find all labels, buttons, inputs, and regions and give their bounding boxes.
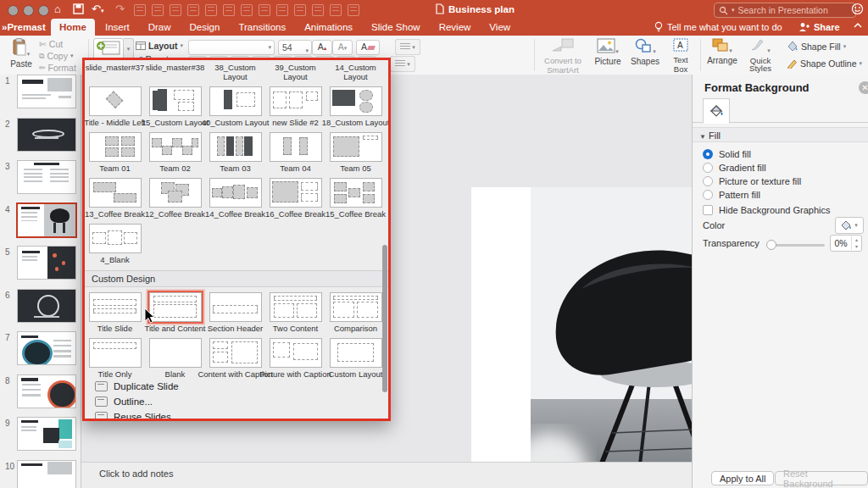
slide-item-1[interactable]: 1 xyxy=(0,75,81,118)
fill-option-gradient-fill[interactable]: Gradient fill xyxy=(703,163,766,173)
layout-thumbnail[interactable] xyxy=(89,292,142,322)
layout-thumbnail[interactable] xyxy=(209,338,262,368)
slide-thumbnail-8[interactable] xyxy=(17,374,76,408)
layout-button[interactable]: Layout▾ xyxy=(136,41,183,51)
tab-animations[interactable]: Animations xyxy=(296,19,361,36)
slide-thumbnail-5[interactable] xyxy=(17,246,76,280)
clear-formatting-button[interactable]: A xyxy=(356,40,380,55)
home-quick-icon[interactable]: ⌂ xyxy=(54,3,61,14)
layout-thumbnail[interactable] xyxy=(270,292,322,322)
notes-area[interactable]: Click to add notes xyxy=(81,462,692,488)
arrange-button[interactable]: ▾ Arrange xyxy=(705,38,739,65)
fill-option-solid-fill[interactable]: Solid fill xyxy=(703,149,751,159)
slide-item-3[interactable]: 3 xyxy=(0,160,81,203)
layout-thumbnail[interactable] xyxy=(270,178,322,208)
layout-thumbnail[interactable] xyxy=(149,86,202,116)
layout-option-15-custom-layout[interactable]: 15_Custom Layout xyxy=(145,86,205,127)
shrink-font-button[interactable]: A▾ xyxy=(332,40,353,55)
fill-option-pattern-fill[interactable]: Pattern fill xyxy=(703,190,760,200)
tab-review[interactable]: Review xyxy=(431,19,480,36)
tab-home[interactable]: Home xyxy=(51,19,95,36)
layout-option-team-05[interactable]: Team 05 xyxy=(326,132,386,173)
layout-option-new-slide-2[interactable]: new Slide #2 xyxy=(265,86,326,127)
menu-item-outline[interactable]: Outline... xyxy=(85,394,388,409)
slide-thumbnail-4[interactable] xyxy=(16,202,77,238)
hide-background-graphics-checkbox[interactable]: Hide Background Graphics xyxy=(703,205,830,215)
transparency-value-spinner[interactable]: 0% ▴▾ xyxy=(830,235,862,252)
redo-icon[interactable]: ↷ xyxy=(115,3,125,14)
slide-thumbnail-10[interactable] xyxy=(17,460,76,488)
paragraph-button[interactable]: ▾ xyxy=(395,39,420,55)
shape-outline-button[interactable]: Shape Outline▾ xyxy=(787,58,862,69)
slide-item-5[interactable]: 5 xyxy=(0,246,81,289)
layout-option-13-coffee-break[interactable]: 13_Coffee Break xyxy=(85,178,145,219)
slide-thumbnail-2[interactable] xyxy=(17,118,76,152)
radio-icon[interactable] xyxy=(703,163,713,173)
layout-thumbnail[interactable] xyxy=(330,86,382,116)
layout-thumbnail[interactable] xyxy=(89,178,142,208)
layout-option-comparison[interactable]: Comparison xyxy=(326,292,386,333)
layout-option-team-04[interactable]: Team 04 xyxy=(265,132,326,173)
convert-smartart-button[interactable]: Convert to SmartArt xyxy=(539,38,587,75)
quick-styles-button[interactable]: ▾ Quick Styles xyxy=(743,38,778,73)
close-panel-icon[interactable]: ✕ xyxy=(859,81,868,94)
slide-thumbnail-6[interactable] xyxy=(17,289,76,323)
layout-thumbnail[interactable] xyxy=(330,132,382,162)
layout-option-custom-layout[interactable]: Custom Layout xyxy=(326,338,386,379)
radio-icon[interactable] xyxy=(703,149,713,159)
layout-thumbnail[interactable] xyxy=(209,86,262,116)
cut-button[interactable]: ✄Cut xyxy=(39,39,76,49)
tell-me-box[interactable]: Tell me what you want to do xyxy=(654,19,782,36)
layout-thumbnail[interactable] xyxy=(270,132,322,162)
transparency-slider-track[interactable] xyxy=(769,244,825,247)
spinner-arrows-icon[interactable]: ▴▾ xyxy=(851,236,861,250)
shape-fill-button[interactable]: Shape Fill▾ xyxy=(787,41,846,52)
slide-thumbnail-3[interactable] xyxy=(17,160,76,194)
radio-icon[interactable] xyxy=(703,176,713,186)
layout-thumbnail[interactable] xyxy=(149,132,202,162)
menu-item-reuse-slides[interactable]: Reuse Slides... xyxy=(85,409,388,421)
transparency-slider-knob[interactable] xyxy=(766,240,776,250)
layout-thumbnail[interactable] xyxy=(89,224,142,253)
alignment-button[interactable]: ▾ xyxy=(390,56,415,72)
fill-option-picture-or-texture-fill[interactable]: Picture or texture fill xyxy=(703,176,801,186)
layout-thumbnail[interactable] xyxy=(330,178,382,208)
window-controls[interactable] xyxy=(8,4,53,19)
color-dropdown-arrow[interactable]: ▾ xyxy=(854,222,858,229)
font-size-combo[interactable]: 54▾ xyxy=(278,40,312,55)
tab-view[interactable]: View xyxy=(481,19,519,36)
layout-option-4-blank[interactable]: 4_Blank xyxy=(85,224,145,264)
layout-option-team-03[interactable]: Team 03 xyxy=(205,132,265,173)
layout-thumbnail[interactable] xyxy=(149,178,202,208)
layout-thumbnail[interactable] xyxy=(209,292,262,322)
slide-item-2[interactable]: 2 xyxy=(0,118,81,161)
layout-thumbnail[interactable] xyxy=(149,292,202,322)
tab-draw[interactable]: Draw xyxy=(140,19,180,36)
addin-tab-premast[interactable]: »Premast xyxy=(2,19,46,36)
undo-icon[interactable]: ↶▾ xyxy=(92,3,103,16)
layout-thumbnail[interactable] xyxy=(270,338,322,368)
slide-item-7[interactable]: 7 xyxy=(0,331,81,374)
checkbox-icon[interactable] xyxy=(703,205,713,215)
slide-item-4[interactable]: 4 xyxy=(0,203,81,247)
fill-tab[interactable] xyxy=(703,98,730,124)
layout-thumbnail[interactable] xyxy=(330,338,382,368)
layout-option-team-01[interactable]: Team 01 xyxy=(85,132,145,173)
layout-option-14-coffee-break[interactable]: 14_Coffee Break xyxy=(205,178,265,219)
layout-option-blank[interactable]: Blank xyxy=(145,338,205,379)
slide-thumbnail-1[interactable] xyxy=(17,75,76,108)
layout-option-two-content[interactable]: Two Content xyxy=(265,292,326,333)
close-window-icon[interactable] xyxy=(8,5,19,16)
font-name-combo[interactable]: ▾ xyxy=(188,40,275,55)
share-button[interactable]: Share xyxy=(798,19,840,36)
tab-insert[interactable]: Insert xyxy=(97,19,138,36)
slide-item-10[interactable]: 10 xyxy=(0,460,81,488)
radio-icon[interactable] xyxy=(703,190,713,200)
layout-option-title-slide[interactable]: Title Slide xyxy=(85,292,145,333)
layout-option-title-only[interactable]: Title Only xyxy=(85,338,145,379)
tab-transitions[interactable]: Transitions xyxy=(230,19,294,36)
layout-thumbnail[interactable] xyxy=(209,132,262,162)
paste-button[interactable]: ▾ Paste xyxy=(7,38,36,69)
layout-thumbnail[interactable] xyxy=(330,292,382,322)
save-icon[interactable] xyxy=(73,3,84,14)
